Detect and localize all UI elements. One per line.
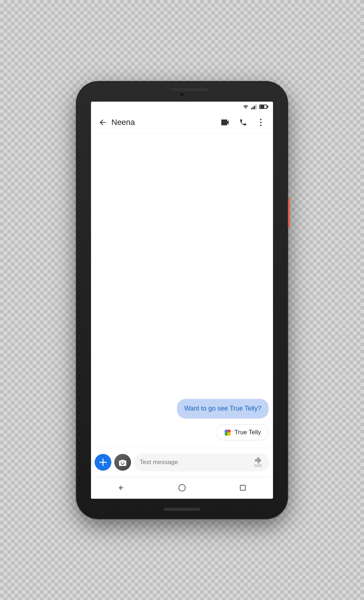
- send-label: SMS: [254, 464, 262, 468]
- google-logo: [223, 428, 232, 436]
- app-bar: Neena: [91, 112, 273, 134]
- more-options-button[interactable]: [253, 114, 269, 130]
- svg-point-6: [260, 125, 261, 126]
- svg-rect-2: [254, 106, 255, 109]
- svg-point-5: [260, 122, 261, 123]
- svg-rect-3: [256, 104, 257, 109]
- messages-area: Want to go see True Telly? True Telly: [91, 134, 273, 448]
- back-button[interactable]: [95, 115, 110, 130]
- speaker-grille: [171, 88, 207, 91]
- bottom-connector: [164, 508, 200, 511]
- camera-button[interactable]: [114, 454, 131, 471]
- contact-name: Neena: [111, 118, 218, 127]
- side-button[interactable]: [288, 198, 290, 227]
- phone-screen: Neena: [91, 102, 273, 499]
- message-text: Want to go see True Telly?: [184, 405, 261, 412]
- phone-call-button[interactable]: [235, 114, 251, 130]
- message-input[interactable]: [140, 459, 253, 466]
- add-button[interactable]: [95, 454, 111, 471]
- video-call-button[interactable]: [218, 114, 234, 130]
- front-camera: [179, 92, 185, 97]
- smart-reply-label: True Telly: [234, 429, 261, 436]
- svg-point-10: [227, 432, 231, 436]
- app-bar-actions: [218, 114, 269, 130]
- nav-bar: [91, 477, 273, 499]
- svg-point-4: [260, 119, 261, 120]
- svg-rect-13: [240, 485, 245, 490]
- wifi-icon: [242, 104, 249, 109]
- message-bubble-outgoing: Want to go see True Telly?: [177, 399, 269, 418]
- svg-point-12: [179, 485, 185, 491]
- phone-shell: Neena: [76, 82, 288, 519]
- nav-back-button[interactable]: [112, 479, 130, 497]
- smart-reply-chip[interactable]: True Telly: [216, 424, 269, 440]
- svg-rect-1: [253, 107, 254, 109]
- nav-recents-button[interactable]: [234, 479, 252, 497]
- battery-icon: [259, 105, 267, 109]
- send-button[interactable]: SMS: [253, 457, 264, 468]
- signal-icon: [251, 104, 257, 109]
- nav-home-button[interactable]: [173, 479, 191, 497]
- input-bar: SMS: [91, 448, 273, 477]
- svg-rect-0: [251, 108, 252, 109]
- text-input-container[interactable]: SMS: [134, 453, 269, 471]
- status-bar: [91, 102, 273, 112]
